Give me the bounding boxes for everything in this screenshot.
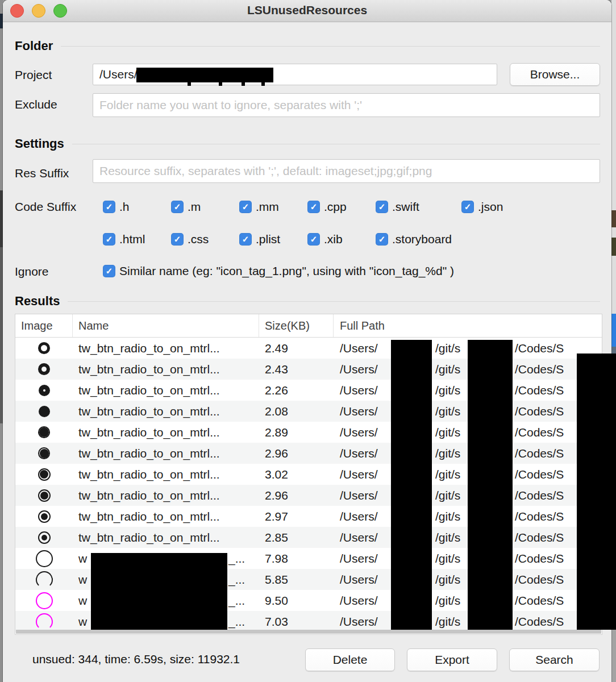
- table-row[interactable]: tw_btn_radio_to_on_mtrl...2.85/Users//gi…: [15, 527, 602, 548]
- redaction-bar: [391, 340, 432, 630]
- name-text: _...: [228, 611, 245, 632]
- checkbox-label: .mm: [256, 200, 279, 214]
- res-suffix-input[interactable]: [93, 159, 600, 183]
- code-suffix-checkbox-swift[interactable]: ✓.swift: [376, 200, 419, 214]
- code-suffix-checkbox-html[interactable]: ✓.html: [103, 232, 145, 246]
- size-cell: 2.43: [259, 359, 334, 380]
- path-fragment: /Codes/S: [515, 422, 564, 443]
- horizontal-scrollbar[interactable]: [16, 630, 601, 634]
- table-row[interactable]: tw_btn_radio_to_on_mtrl...3.02/Users//gi…: [15, 464, 602, 485]
- image-cell: [15, 422, 73, 443]
- resource-preview-icon: [38, 489, 51, 502]
- path-fragment: /Users/: [340, 506, 378, 527]
- redaction-mark: [188, 82, 191, 86]
- table-row[interactable]: tw_btn_radio_to_on_mtrl...2.26/Users//gi…: [15, 380, 602, 401]
- checkbox-label: .swift: [392, 200, 419, 214]
- resource-preview-icon: [36, 550, 53, 567]
- checkbox-checked-icon: ✓: [171, 233, 184, 246]
- resource-preview-icon: [39, 406, 50, 417]
- checkbox-checked-icon: ✓: [307, 233, 320, 246]
- name-text: w: [78, 573, 87, 586]
- table-row[interactable]: tw_btn_radio_to_on_mtrl...2.97/Users//gi…: [15, 506, 602, 527]
- redaction-bar: [577, 354, 616, 630]
- column-header-name[interactable]: Name: [73, 314, 259, 337]
- path-fragment: /Users/: [340, 464, 378, 485]
- size-cell: 9.50: [259, 590, 334, 611]
- code-suffix-checkbox-m[interactable]: ✓.m: [171, 200, 201, 214]
- ignore-similar-name-checkbox[interactable]: ✓ Similar name (eg: "icon_tag_1.png", us…: [103, 264, 454, 278]
- size-cell: 2.08: [259, 401, 334, 422]
- path-fragment: /git/s: [435, 527, 460, 548]
- browse-button[interactable]: Browse...: [510, 63, 600, 86]
- resource-preview-icon: [39, 385, 50, 396]
- path-fragment: /Users/: [340, 485, 378, 506]
- table-row[interactable]: tw_btn_radio_to_on_mtrl...2.96/Users//gi…: [15, 485, 602, 506]
- name-cell: tw_btn_radio_to_on_mtrl...: [73, 506, 259, 527]
- folder-header-label: Folder: [15, 39, 53, 53]
- column-header-size[interactable]: Size(KB): [259, 314, 334, 337]
- path-fragment: /Users/: [340, 338, 378, 359]
- resource-preview-icon: [38, 447, 50, 459]
- size-cell: 2.89: [259, 422, 334, 443]
- checkbox-label: .plist: [256, 232, 280, 246]
- code-suffix-checkbox-css[interactable]: ✓.css: [171, 232, 209, 246]
- image-cell: [15, 485, 73, 506]
- table-row[interactable]: tw_btn_radio_to_on_mtrl...2.49/Users//gi…: [15, 338, 602, 359]
- code-suffix-checkbox-cpp[interactable]: ✓.cpp: [307, 200, 347, 214]
- delete-button[interactable]: Delete: [305, 648, 395, 671]
- path-fragment: /git/s: [435, 380, 460, 401]
- window-title: LSUnusedResources: [3, 3, 611, 17]
- path-fragment: /Codes/S: [515, 359, 564, 380]
- table-row[interactable]: tw_btn_radio_to_on_mtrl...2.96/Users//gi…: [15, 443, 602, 464]
- image-cell: [15, 569, 73, 590]
- code-suffix-checkbox-plist[interactable]: ✓.plist: [239, 232, 280, 246]
- search-button[interactable]: Search: [509, 648, 600, 671]
- code-suffix-checkbox-mm[interactable]: ✓.mm: [239, 200, 279, 214]
- image-cell: [15, 464, 73, 485]
- exclude-input[interactable]: [93, 93, 600, 117]
- export-button[interactable]: Export: [407, 648, 497, 671]
- name-cell: tw_btn_radio_to_on_mtrl...: [73, 359, 259, 380]
- results-header-label: Results: [15, 294, 60, 309]
- table-row[interactable]: tw_btn_radio_to_on_mtrl...2.08/Users//gi…: [15, 401, 602, 422]
- checkbox-checked-icon: ✓: [376, 233, 388, 246]
- resource-preview-icon: [38, 510, 51, 523]
- settings-header-label: Settings: [15, 136, 64, 151]
- size-cell: 7.98: [259, 548, 334, 569]
- section-divider: [68, 301, 600, 302]
- path-fragment: /git/s: [435, 359, 460, 380]
- path-fragment: /git/s: [435, 569, 460, 590]
- name-cell: tw_btn_radio_to_on_mtrl...: [73, 485, 259, 506]
- image-cell: [15, 338, 73, 359]
- checkbox-label: .h: [119, 200, 130, 214]
- path-fragment: /git/s: [435, 611, 460, 632]
- name-cell: tw_btn_radio_to_on_mtrl...: [73, 443, 259, 464]
- path-fragment: /Users/: [340, 422, 378, 443]
- column-header-image[interactable]: Image: [15, 314, 73, 337]
- path-fragment: /Users/: [340, 380, 378, 401]
- path-fragment: /Codes/S: [515, 611, 564, 632]
- size-cell: 7.03: [259, 611, 334, 632]
- column-header-fullpath[interactable]: Full Path: [334, 314, 602, 337]
- table-row[interactable]: tw_btn_radio_to_on_mtrl...2.43/Users//gi…: [15, 359, 602, 380]
- path-fragment: /Codes/S: [515, 464, 564, 485]
- size-cell: 2.96: [259, 443, 334, 464]
- code-suffix-checkbox-xib[interactable]: ✓.xib: [307, 232, 343, 246]
- checkbox-checked-icon: ✓: [307, 201, 320, 213]
- section-divider: [72, 144, 600, 144]
- code-suffix-checkbox-json[interactable]: ✓.json: [461, 200, 503, 214]
- path-fragment: /git/s: [435, 590, 460, 611]
- code-suffix-checkbox-h[interactable]: ✓.h: [103, 200, 130, 214]
- table-row[interactable]: tw_btn_radio_to_on_mtrl...2.89/Users//gi…: [15, 422, 602, 443]
- checkbox-label: .xib: [324, 232, 343, 246]
- image-cell: [15, 359, 73, 380]
- checkbox-checked-icon: ✓: [239, 233, 252, 246]
- code-suffix-checkbox-storyboard[interactable]: ✓.storyboard: [376, 232, 452, 246]
- resource-preview-icon: [38, 531, 51, 544]
- checkbox-checked-icon: ✓: [171, 201, 184, 213]
- resource-preview-icon: [38, 468, 51, 481]
- checkbox-checked-icon: ✓: [461, 201, 474, 213]
- checkbox-checked-icon: ✓: [103, 233, 115, 246]
- ignore-label: Ignore: [15, 265, 49, 278]
- section-divider: [61, 46, 600, 47]
